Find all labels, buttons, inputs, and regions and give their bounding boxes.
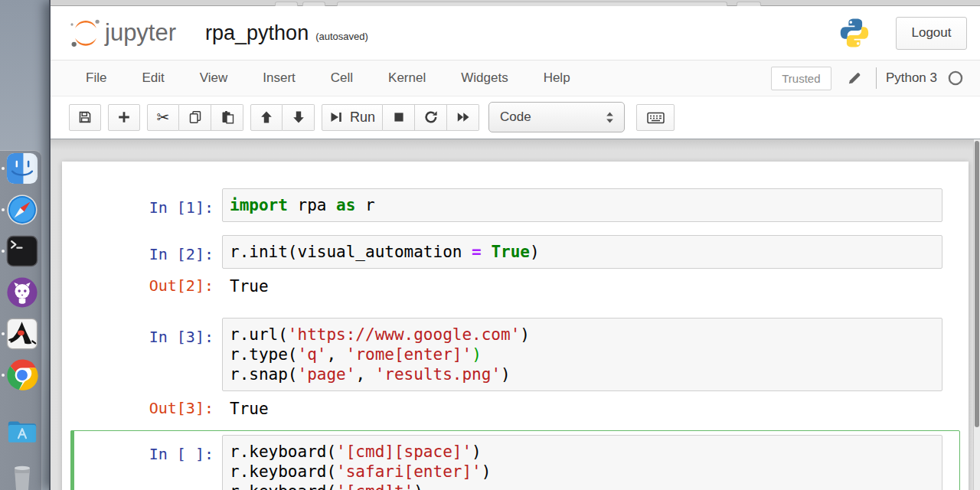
dock-item-applications-folder[interactable] xyxy=(6,416,38,448)
input-prompt: In [1]: xyxy=(75,188,222,222)
kernel-name: Python 3 xyxy=(886,70,937,86)
jupyter-header: jupyter rpa_python (autosaved) Logout xyxy=(51,6,980,60)
notebook-title[interactable]: rpa_python xyxy=(205,21,309,45)
dock-item-safari[interactable] xyxy=(6,194,38,226)
running-indicator-dot xyxy=(2,250,5,253)
output-prompt: Out[3]: xyxy=(75,396,222,422)
add-cell-button[interactable] xyxy=(108,104,140,131)
code-cell[interactable]: In [3]:r.url('https://www.google.com')r.… xyxy=(70,313,960,426)
kernel-idle-indicator-icon xyxy=(948,70,963,86)
run-button[interactable]: Run xyxy=(322,104,383,131)
jupyter-wordmark: jupyter xyxy=(105,19,176,47)
code-line: r.keyboard('safari[enter]') xyxy=(230,462,942,482)
stop-icon xyxy=(392,110,406,124)
running-indicator-dot xyxy=(2,208,5,211)
stop-button[interactable] xyxy=(383,104,415,131)
cell-type-value: Code xyxy=(500,109,531,125)
cut-icon: ✂ xyxy=(157,109,170,125)
paste-icon xyxy=(220,110,234,124)
fast-forward-icon xyxy=(456,110,470,124)
browser-chrome-edge xyxy=(51,0,980,6)
dock-item-trash[interactable] xyxy=(6,459,38,490)
code-input-area[interactable]: r.url('https://www.google.com')r.type('q… xyxy=(222,318,942,391)
move-down-icon xyxy=(292,110,305,124)
code-cell-selected[interactable]: In [ ]:r.keyboard('[cmd][space]')r.keybo… xyxy=(70,430,960,490)
output-value: True xyxy=(222,273,269,299)
code-input-area[interactable]: r.keyboard('[cmd][space]')r.keyboard('sa… xyxy=(222,435,942,490)
notebook-toolbar: ✂Run Code xyxy=(51,96,980,138)
cut-button[interactable]: ✂ xyxy=(147,104,179,131)
code-line: r.keyboard('[cmd][space]') xyxy=(230,442,942,462)
output-value: True xyxy=(222,396,269,422)
dock-item-chrome[interactable] xyxy=(6,359,38,391)
jupyter-logo-icon xyxy=(69,16,103,50)
dock-item-finder[interactable] xyxy=(6,152,38,185)
edit-title-pencil-icon[interactable] xyxy=(847,70,862,86)
menu-view[interactable]: View xyxy=(200,70,228,86)
code-line: r.url('https://www.google.com') xyxy=(230,325,942,345)
save-button[interactable] xyxy=(69,104,101,131)
keyboard-icon xyxy=(647,110,665,125)
dock-item-github[interactable] xyxy=(6,276,38,309)
menu-edit[interactable]: Edit xyxy=(142,70,164,86)
save-icon xyxy=(78,110,92,124)
running-indicator-dot xyxy=(2,374,5,377)
menu-widgets[interactable]: Widgets xyxy=(461,70,508,86)
move-down-button[interactable] xyxy=(283,104,315,131)
output-prompt: Out[2]: xyxy=(75,273,222,299)
code-input-area[interactable]: r.init(visual_automation = True) xyxy=(222,235,942,269)
running-indicator-dot xyxy=(2,332,5,335)
jupyter-logo[interactable]: jupyter xyxy=(69,16,176,50)
command-palette-button[interactable] xyxy=(636,104,675,131)
menu-help[interactable]: Help xyxy=(544,70,570,86)
input-prompt: In [ ]: xyxy=(75,435,222,490)
code-cell[interactable]: In [1]:import rpa as r xyxy=(70,184,960,227)
add-cell-icon xyxy=(117,110,131,124)
restart-icon xyxy=(424,110,438,124)
notebook-container: In [1]:import rpa as rIn [2]:r.init(visu… xyxy=(51,139,980,490)
macos-dock xyxy=(0,150,42,490)
move-up-icon xyxy=(260,110,273,124)
move-up-button[interactable] xyxy=(250,104,283,131)
code-cell[interactable]: In [2]:r.init(visual_automation = True)O… xyxy=(70,230,960,304)
dock-item-java-duke[interactable] xyxy=(6,318,38,350)
desktop-background xyxy=(0,0,49,490)
fast-forward-button[interactable] xyxy=(447,104,479,131)
trusted-button[interactable]: Trusted xyxy=(771,67,831,90)
select-caret-icon xyxy=(605,111,615,124)
running-indicator-dot xyxy=(2,167,5,170)
code-line: r.type('q', 'rome[enter]') xyxy=(230,345,942,364)
run-button-label: Run xyxy=(350,109,375,126)
python-logo-icon xyxy=(838,17,871,49)
notebook-menubar: FileEditViewInsertCellKernelWidgetsHelp … xyxy=(51,60,980,96)
code-line: r.snap('page', 'results.png') xyxy=(230,364,942,384)
code-input-area[interactable]: import rpa as r xyxy=(222,188,942,222)
copy-icon xyxy=(188,110,202,124)
run-icon xyxy=(329,110,343,124)
browser-window: jupyter rpa_python (autosaved) Logout Fi… xyxy=(49,0,980,490)
restart-button[interactable] xyxy=(415,104,447,131)
scrollbar-thumb[interactable] xyxy=(975,141,979,427)
menu-file[interactable]: File xyxy=(86,70,106,86)
paste-button[interactable] xyxy=(211,104,243,131)
code-line: r.init(visual_automation = True) xyxy=(230,242,942,262)
input-prompt: In [2]: xyxy=(75,235,222,269)
code-line: r.keyboard('[cmd]t') xyxy=(230,482,942,490)
notebook-page: In [1]:import rpa as rIn [2]:r.init(visu… xyxy=(62,162,969,490)
menu-insert[interactable]: Insert xyxy=(263,70,296,86)
logout-button[interactable]: Logout xyxy=(896,17,967,50)
menu-cell[interactable]: Cell xyxy=(331,70,353,86)
autosave-status: (autosaved) xyxy=(315,31,368,42)
dock-item-terminal[interactable] xyxy=(6,235,38,267)
copy-button[interactable] xyxy=(179,104,211,131)
code-line: import rpa as r xyxy=(230,195,942,215)
menu-kernel[interactable]: Kernel xyxy=(388,70,426,86)
menubar-divider xyxy=(876,67,877,89)
cell-type-select[interactable]: Code xyxy=(488,102,625,132)
scrollbar xyxy=(973,139,980,490)
input-prompt: In [3]: xyxy=(75,318,222,391)
